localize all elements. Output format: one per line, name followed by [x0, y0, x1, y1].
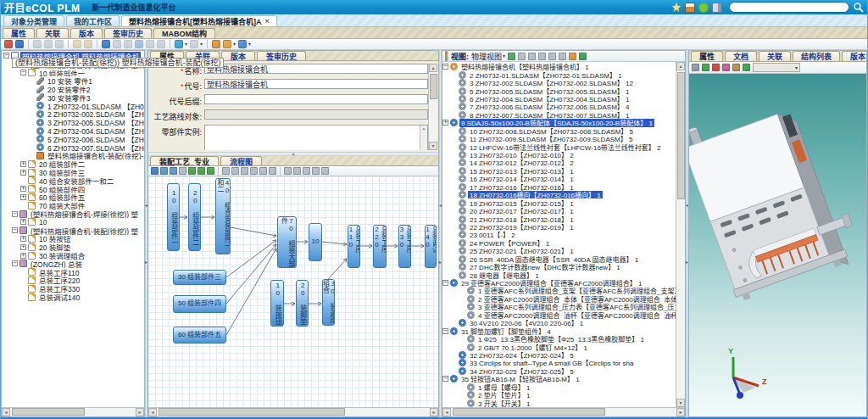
delete-icon[interactable]	[179, 167, 186, 175]
tree-row-12[interactable]: 塑料热熔接镶合机-装配(徐挖)-	[3, 152, 144, 160]
same-height-icon[interactable]	[312, 167, 320, 175]
tree-row-8[interactable]: 3 ZH0732-005.SLDASM 【ZH07	[3, 118, 144, 126]
align-top-icon[interactable]	[250, 167, 258, 175]
process-tree-hscrollbar[interactable]: ◂ ▸	[2, 407, 144, 416]
tree-row-6[interactable]: 1 ZH0732-01.SLDASM 【ZH073	[3, 102, 144, 110]
flow-node-40-[interactable]: 40 组合安装部件一和二	[215, 178, 231, 254]
field-input-3[interactable]	[204, 109, 428, 120]
same-size-icon[interactable]	[321, 167, 329, 175]
tree-row-17[interactable]: +60 组装部件五	[3, 193, 144, 202]
preview-tab-0[interactable]: 属性	[691, 51, 723, 61]
annotate-icon[interactable]	[102, 40, 110, 48]
tree-row-19[interactable]: −(塑料热熔接镶合机-焊接(徐挖)) 塑	[3, 210, 144, 218]
tree-row-16[interactable]: +50 组装部件四	[3, 185, 144, 193]
expand-icon[interactable]: +	[20, 244, 26, 250]
pointer-icon[interactable]	[151, 167, 159, 175]
zoom-window-icon[interactable]	[732, 64, 740, 71]
tree-row-15[interactable]: 40 组合安装部件一和二	[3, 176, 144, 185]
collapse-icon[interactable]: −	[442, 64, 448, 70]
doc4-icon[interactable]	[548, 53, 556, 60]
report-icon-caret[interactable]: ▾	[248, 40, 251, 48]
scroll-up-icon[interactable]: ▴	[429, 64, 437, 72]
tree-row-10[interactable]: 12 LHFCW-16带法兰线性衬套【LHFCW-16带法兰线性衬套】 2	[442, 142, 676, 150]
tree-row-37[interactable]: 33 Circlips for shaft--Type A small GB【C…	[442, 359, 676, 366]
tree-row-33[interactable]: −31 脚垫加螺钉【脚垫组件】 4	[442, 327, 676, 334]
collapse-icon[interactable]: −	[12, 211, 18, 217]
doc2-icon[interactable]	[528, 53, 536, 60]
tree-row-20[interactable]: +10	[3, 218, 144, 226]
tree-row-18[interactable]: 20 ZH0732-017【ZH0732-017】 1	[442, 207, 676, 215]
flow-node-60-[interactable]: 60 组装部件五	[173, 327, 226, 344]
field-textarea-4[interactable]: ▴▾	[204, 125, 428, 150]
tree-row-4[interactable]: 20 安装零件2	[3, 85, 144, 93]
tree-row-29[interactable]: 2 亚德客AFC2000调理组合_本体【亚德客AFC2000调理组合_本体	[442, 295, 676, 303]
diagram-tab-0[interactable]: 装配工艺_专业	[150, 156, 219, 165]
tree-row-12[interactable]: 14 ZH0732-012【ZH0732-012】 2	[442, 159, 676, 166]
zoom-in-icon[interactable]	[160, 167, 168, 175]
preview-tab-4[interactable]: 版本	[842, 51, 867, 61]
expand-icon[interactable]: +	[20, 219, 26, 225]
tree-row-9[interactable]: 11 ZH0732-009.SLDASM【ZH0732-009.SLDASM】 …	[442, 135, 676, 142]
textarea-scrollbar[interactable]: ▴▾	[420, 126, 427, 150]
home-icon[interactable]	[685, 3, 695, 13]
expand-icon[interactable]: +	[20, 236, 26, 242]
tree-row-29[interactable]: 总装调试140	[3, 293, 144, 301]
info-icon[interactable]	[698, 3, 709, 13]
tree-row-27[interactable]: −29 亚德客AFC2000调理组合【亚德客AFC2000调理组合】 1	[442, 279, 676, 287]
tree-row-19[interactable]: 21 ZH0732-018【ZH0732-018】 1	[442, 215, 676, 222]
preview-tab-2[interactable]: 关联	[759, 51, 791, 61]
cad-viewport[interactable]: Y Z	[689, 74, 866, 416]
tree-row-21[interactable]: −(塑料热熔接镶合机-装配(徐挖)) 塑	[3, 226, 144, 235]
zoom-icon[interactable]	[722, 64, 730, 71]
flow-node-20-[interactable]: 20 装脚垫	[296, 280, 309, 327]
layers-icon-caret[interactable]: ▾	[200, 40, 203, 48]
pan-icon[interactable]	[712, 64, 720, 71]
same-width-icon[interactable]	[303, 167, 310, 175]
field-input-2[interactable]	[204, 94, 428, 104]
search-icon[interactable]	[212, 40, 220, 48]
collapse-icon[interactable]: −	[3, 53, 9, 59]
tree-row-7[interactable]: 2 ZH0732-002.SLDASM 【ZH07	[3, 110, 144, 119]
check-icon[interactable]	[146, 40, 154, 48]
expand-icon[interactable]: +	[20, 170, 26, 176]
scroll-down-icon[interactable]: ▾	[429, 142, 437, 150]
main-tab-0[interactable]: 对象分类管理	[3, 15, 64, 26]
main-tab-2[interactable]: 塑料热熔接镶合机[塑料热熔接镶合机]A×	[121, 15, 277, 26]
tree-row-35[interactable]: 2 GB/T 70.1-2000【螺钉 M4×12】 1	[442, 343, 676, 350]
route-icon[interactable]	[188, 167, 196, 175]
bom-tree-vscrollbar[interactable]: ▴ ▾	[676, 62, 685, 407]
expand-icon[interactable]: +	[20, 194, 26, 200]
tree-row-25[interactable]: 27 DHC数字计数器new【DHC数字计数器new】 1	[442, 263, 676, 271]
tree-row-10[interactable]: 5 ZH0732-006.SLDASM 【ZH07	[3, 135, 144, 143]
flow-node-50-[interactable]: 50 组装部件四	[173, 295, 226, 313]
space-h-icon[interactable]	[284, 167, 292, 175]
tree-row-24[interactable]: +30 装调理组合	[3, 251, 144, 260]
scroll-left-icon[interactable]: ◂	[148, 408, 157, 416]
cut-icon[interactable]	[33, 40, 42, 48]
main-tab-1[interactable]: 我的工作区	[66, 15, 120, 26]
scroll-left-icon[interactable]: ◂	[442, 408, 451, 416]
collapse-icon[interactable]: −	[442, 376, 448, 382]
tree-row-18[interactable]: 70 组装大部件	[3, 201, 144, 210]
form-vscrollbar[interactable]: ▴ ▾	[428, 64, 437, 150]
expand-icon[interactable]: +	[20, 161, 26, 167]
sub-tab-0[interactable]: 属性	[3, 28, 35, 38]
space-v-icon[interactable]	[293, 167, 301, 175]
rotate-icon[interactable]	[702, 64, 709, 71]
tree-row-22[interactable]: 24 POWER【POWER】 1	[442, 239, 676, 247]
diagram-tab-1[interactable]: 流程图	[220, 156, 262, 165]
preview-tab-1[interactable]: 文档	[725, 51, 757, 61]
align-right-icon[interactable]	[241, 167, 248, 175]
flow-node-10-[interactable]: 10 装按钮	[270, 280, 284, 327]
tree-row-0[interactable]: −塑料热熔接镶合机【塑料热熔接镶合机】 1	[442, 63, 676, 70]
tree-row-20[interactable]: 22 ZH0732-019【ZH0732-019】 1	[442, 223, 676, 231]
tree-row-13[interactable]: +20 组装部件二	[3, 159, 144, 168]
doc5-icon[interactable]	[559, 53, 566, 60]
flow-node--220[interactable]: 总装工序220	[373, 225, 387, 268]
tree-row-26[interactable]: 总装工序110	[3, 268, 144, 277]
collapse-icon[interactable]: −	[20, 70, 26, 75]
tree-row-14[interactable]: 16 ZH0732-014【ZH0732-014】 1	[442, 175, 676, 182]
globe-icon[interactable]	[175, 40, 183, 48]
tree-row-34[interactable]: 1 Φ25_13.3黑色橡胶脚垫【Φ25_13.3黑色橡胶脚垫】 1	[442, 335, 676, 343]
tree-row-3[interactable]: 10 安装 零件1	[3, 76, 144, 85]
